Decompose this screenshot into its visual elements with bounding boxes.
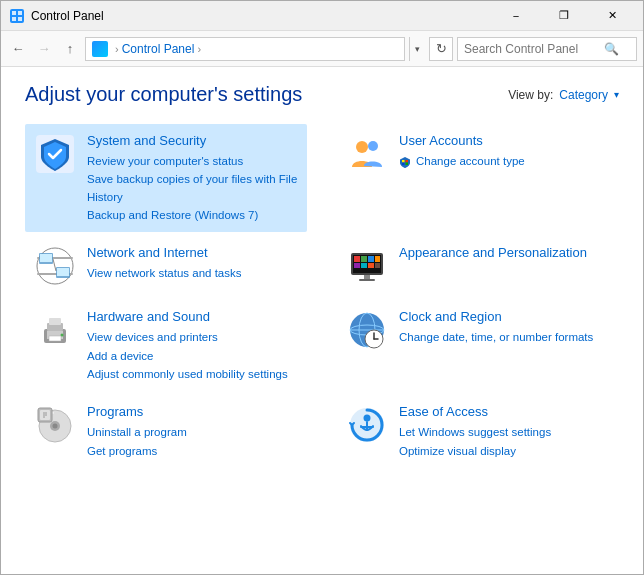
svg-rect-4 (18, 17, 22, 21)
programs-content: Programs Uninstall a program Get program… (87, 403, 299, 460)
svg-rect-28 (368, 263, 374, 268)
appearance-content: Appearance and Personalization (399, 244, 611, 265)
svg-rect-23 (361, 256, 367, 262)
clock-region-links: Change date, time, or number formats (399, 329, 611, 346)
breadcrumb-control-panel[interactable]: Control Panel (122, 42, 195, 56)
view-by-arrow-icon: ▾ (614, 89, 619, 100)
save-backup-link[interactable]: Save backup copies of your files with Fi… (87, 171, 299, 206)
title-bar: Control Panel − ❐ ✕ (1, 1, 643, 31)
network-internet-content: Network and Internet View network status… (87, 244, 299, 282)
svg-point-7 (368, 141, 378, 151)
svg-rect-18 (57, 268, 69, 276)
system-security-links: Review your computer's status Save backu… (87, 153, 299, 224)
svg-rect-10 (402, 162, 405, 165)
programs-title[interactable]: Programs (87, 403, 299, 421)
optimize-visual-display-link[interactable]: Optimize visual display (399, 443, 611, 460)
svg-rect-30 (364, 275, 370, 279)
adjust-mobility-settings-link[interactable]: Adjust commonly used mobility settings (87, 366, 299, 383)
category-network-internet[interactable]: Network and Internet View network status… (25, 236, 307, 296)
clock-region-title[interactable]: Clock and Region (399, 308, 611, 326)
change-date-time-link[interactable]: Change date, time, or number formats (399, 329, 611, 346)
address-bar: ← → ↑ › Control Panel › ▾ ↻ 🔍 (1, 31, 643, 67)
breadcrumb-sep: › (115, 43, 119, 55)
hardware-sound-links: View devices and printers Add a device A… (87, 329, 299, 383)
svg-rect-37 (49, 336, 61, 341)
uninstall-program-link[interactable]: Uninstall a program (87, 424, 299, 441)
svg-rect-24 (368, 256, 374, 262)
svg-rect-8 (402, 160, 405, 163)
svg-rect-27 (361, 263, 367, 268)
add-device-link[interactable]: Add a device (87, 348, 299, 365)
minimize-button[interactable]: − (493, 1, 539, 31)
network-internet-title[interactable]: Network and Internet (87, 244, 299, 262)
close-button[interactable]: ✕ (589, 1, 635, 31)
refresh-button[interactable]: ↻ (429, 37, 453, 61)
svg-rect-9 (406, 160, 409, 163)
search-input[interactable] (464, 42, 604, 56)
breadcrumb-cp-icon (92, 41, 108, 57)
category-system-security[interactable]: System and Security Review your computer… (25, 124, 307, 232)
breadcrumb-dropdown-button[interactable]: ▾ (409, 37, 425, 61)
hardware-sound-icon (33, 308, 77, 352)
svg-rect-16 (40, 254, 52, 262)
ease-of-access-links: Let Windows suggest settings Optimize vi… (399, 424, 611, 460)
svg-point-47 (53, 424, 58, 429)
get-programs-link[interactable]: Get programs (87, 443, 299, 460)
user-accounts-title[interactable]: User Accounts (399, 132, 611, 150)
search-icon: 🔍 (604, 42, 619, 56)
svg-line-19 (53, 259, 56, 271)
page-header: Adjust your computer's settings View by:… (25, 83, 619, 106)
user-accounts-content: User Accounts Change account type (399, 132, 611, 170)
windows-suggest-settings-link[interactable]: Let Windows suggest settings (399, 424, 611, 441)
programs-links: Uninstall a program Get programs (87, 424, 299, 460)
network-internet-links: View network status and tasks (87, 265, 299, 282)
svg-rect-31 (359, 279, 375, 281)
ease-of-access-title[interactable]: Ease of Access (399, 403, 611, 421)
category-appearance[interactable]: Appearance and Personalization (337, 236, 619, 296)
title-bar-text: Control Panel (31, 9, 493, 23)
category-clock-region[interactable]: Clock and Region Change date, time, or n… (337, 300, 619, 391)
page-title: Adjust your computer's settings (25, 83, 302, 106)
svg-rect-25 (375, 256, 380, 262)
forward-button[interactable]: → (33, 38, 55, 60)
svg-rect-11 (406, 162, 409, 165)
search-box: 🔍 (457, 37, 637, 61)
appearance-icon (345, 244, 389, 288)
svg-rect-3 (12, 17, 16, 21)
clock-region-icon (345, 308, 389, 352)
view-devices-printers-link[interactable]: View devices and printers (87, 329, 299, 346)
category-programs[interactable]: Programs Uninstall a program Get program… (25, 395, 307, 468)
categories-grid: System and Security Review your computer… (25, 124, 619, 468)
view-network-status-link[interactable]: View network status and tasks (87, 265, 299, 282)
ease-of-access-content: Ease of Access Let Windows suggest setti… (399, 403, 611, 460)
title-bar-controls: − ❐ ✕ (493, 1, 635, 31)
restore-button[interactable]: ❐ (541, 1, 587, 31)
system-security-icon (33, 132, 77, 176)
review-computer-status-link[interactable]: Review your computer's status (87, 153, 299, 170)
system-security-title[interactable]: System and Security (87, 132, 299, 150)
svg-rect-2 (18, 11, 22, 15)
user-accounts-links: Change account type (399, 153, 611, 170)
view-by-label: View by: (508, 88, 553, 102)
svg-rect-26 (354, 263, 360, 268)
hardware-sound-title[interactable]: Hardware and Sound (87, 308, 299, 326)
category-ease-of-access[interactable]: Ease of Access Let Windows suggest setti… (337, 395, 619, 468)
programs-icon (33, 403, 77, 447)
appearance-title[interactable]: Appearance and Personalization (399, 244, 611, 262)
clock-region-content: Clock and Region Change date, time, or n… (399, 308, 611, 346)
up-button[interactable]: ↑ (59, 38, 81, 60)
view-by-dropdown[interactable]: Category (559, 88, 608, 102)
svg-rect-29 (375, 263, 380, 268)
svg-point-6 (356, 141, 368, 153)
breadcrumb-bar: › Control Panel › (85, 37, 405, 61)
category-hardware-sound[interactable]: Hardware and Sound View devices and prin… (25, 300, 307, 391)
svg-rect-35 (49, 318, 61, 325)
backup-restore-link[interactable]: Backup and Restore (Windows 7) (87, 207, 299, 224)
back-button[interactable]: ← (7, 38, 29, 60)
ease-of-access-icon (345, 403, 389, 447)
main-content: Adjust your computer's settings View by:… (1, 67, 643, 484)
change-account-type-link[interactable]: Change account type (399, 153, 611, 170)
hardware-sound-content: Hardware and Sound View devices and prin… (87, 308, 299, 383)
category-user-accounts[interactable]: User Accounts Change account type (337, 124, 619, 232)
app-icon (9, 8, 25, 24)
